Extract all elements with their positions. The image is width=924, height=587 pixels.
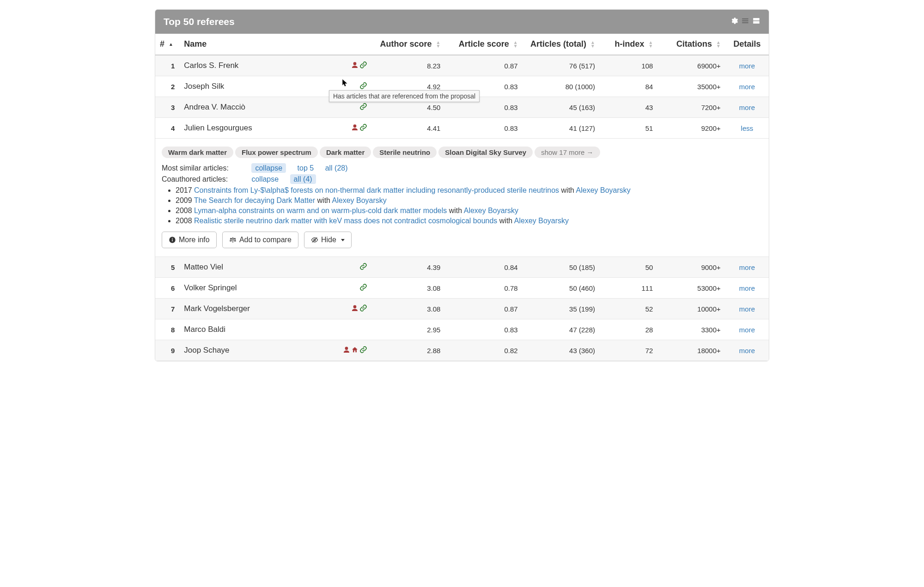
coauthor-link[interactable]: Alexey Boyarsky <box>464 207 518 214</box>
similar-label: Most similar articles: <box>162 164 249 172</box>
author-score-cell: 2.88 <box>373 340 445 361</box>
rank-cell: 5 <box>155 257 179 278</box>
name-cell[interactable]: Joop Schaye <box>179 340 324 361</box>
name-cell[interactable]: Andrea V. Macciò <box>179 97 324 118</box>
coauth-all[interactable]: all (4) <box>290 174 316 184</box>
name-cell[interactable]: Mark Vogelsberger <box>179 299 324 319</box>
articles-cell: 35 (199) <box>523 299 600 319</box>
article-item: 2008 Lyman-alpha constraints on warm and… <box>176 207 762 215</box>
details-link[interactable]: more <box>739 263 755 271</box>
col-author-score[interactable]: Author score ▲▼ <box>373 34 445 55</box>
icon-cell <box>324 340 373 361</box>
author-score-cell: 3.08 <box>373 299 445 319</box>
similar-top5[interactable]: top 5 <box>298 164 314 172</box>
citations-cell: 3300+ <box>657 319 725 340</box>
link-icon <box>359 103 367 112</box>
tag[interactable]: Dark matter <box>320 147 371 158</box>
col-articles[interactable]: Articles (total) ▲▼ <box>523 34 600 55</box>
name-cell[interactable]: Joseph Silk <box>179 76 324 97</box>
citations-cell: 69000+ <box>657 55 725 76</box>
name-cell[interactable]: Matteo Viel <box>179 257 324 278</box>
col-citations[interactable]: Citations ▲▼ <box>657 34 725 55</box>
author-score-cell: 4.39 <box>373 257 445 278</box>
name-cell[interactable]: Carlos S. Frenk <box>179 55 324 76</box>
icon-cell <box>324 299 373 319</box>
article-item: 2009 The Search for decaying Dark Matter… <box>176 196 762 205</box>
svg-point-7 <box>172 238 173 239</box>
article-score-cell: 0.82 <box>445 340 522 361</box>
col-rank[interactable]: # ▲ <box>155 34 179 55</box>
details-link[interactable]: more <box>739 83 755 91</box>
article-link[interactable]: Constraints from Ly-$\alpha$ forests on … <box>194 186 559 194</box>
hindex-cell: 52 <box>600 299 657 319</box>
rank-cell: 6 <box>155 278 179 299</box>
tag[interactable]: Warm dark matter <box>162 147 233 158</box>
article-score-cell: 0.83 <box>445 319 522 340</box>
details-link[interactable]: more <box>739 305 755 313</box>
home-icon <box>351 346 359 355</box>
articles-cell: 50 (185) <box>523 257 600 278</box>
article-item: 2017 Constraints from Ly-$\alpha$ forest… <box>176 186 762 195</box>
col-hindex[interactable]: h-index ▲▼ <box>600 34 657 55</box>
details-link[interactable]: less <box>741 124 754 132</box>
similar-all[interactable]: all (28) <box>325 164 348 172</box>
articles-cell: 76 (517) <box>523 55 600 76</box>
coauthor-link[interactable]: Alexey Boyarsky <box>332 196 387 204</box>
svg-rect-4 <box>753 21 760 24</box>
citations-cell: 35000+ <box>657 76 725 97</box>
rank-cell: 7 <box>155 299 179 319</box>
citations-cell: 53000+ <box>657 278 725 299</box>
link-icon <box>359 61 367 70</box>
tag[interactable]: Sterile neutrino <box>373 147 437 158</box>
coauth-label: Coauthored articles: <box>162 175 249 183</box>
hindex-cell: 43 <box>600 97 657 118</box>
citations-cell: 10000+ <box>657 299 725 319</box>
author-score-cell: 4.41 <box>373 118 445 139</box>
add-to-compare-button[interactable]: Add to compare <box>222 232 298 248</box>
article-item: 2008 Realistic sterile neutrino dark mat… <box>176 217 762 225</box>
article-score-cell: 0.84 <box>445 257 522 278</box>
articles-cell: 45 (163) <box>523 97 600 118</box>
article-link[interactable]: Realistic sterile neutrino dark matter w… <box>194 217 497 225</box>
gear-icon[interactable] <box>730 16 738 27</box>
icon-cell <box>324 55 373 76</box>
coauthor-link[interactable]: Alexey Boyarsky <box>514 217 569 225</box>
details-link[interactable]: more <box>739 62 755 70</box>
articles-cell: 43 (360) <box>523 340 600 361</box>
coauthor-link[interactable]: Alexey Boyarsky <box>576 186 631 194</box>
name-cell[interactable]: Volker Springel <box>179 278 324 299</box>
col-name[interactable]: Name <box>179 34 372 55</box>
rank-cell: 3 <box>155 97 179 118</box>
tooltip: Has articles that are referenced from th… <box>329 90 480 102</box>
view-grid-icon[interactable] <box>752 16 760 27</box>
tag-show-more[interactable]: show 17 more → <box>535 147 600 158</box>
details-link[interactable]: more <box>739 284 755 292</box>
icon-cell <box>324 118 373 139</box>
article-link[interactable]: Lyman-alpha constraints on warm and on w… <box>194 207 447 214</box>
name-cell[interactable]: Marco Baldi <box>179 319 324 340</box>
similar-collapse[interactable]: collapse <box>251 163 286 173</box>
articles-cell: 80 (1000) <box>523 76 600 97</box>
tag[interactable]: Flux power spectrum <box>235 147 318 158</box>
details-link[interactable]: more <box>739 104 755 111</box>
icon-cell <box>324 257 373 278</box>
col-details: Details <box>725 34 769 55</box>
hindex-cell: 72 <box>600 340 657 361</box>
panel-header: Top 50 referees <box>155 10 769 34</box>
svg-rect-0 <box>742 18 748 19</box>
hide-button[interactable]: Hide <box>304 232 352 248</box>
name-cell[interactable]: Julien Lesgourgues <box>179 118 324 139</box>
more-info-button[interactable]: More info <box>162 232 217 248</box>
view-list-icon[interactable] <box>741 16 749 27</box>
hindex-cell: 108 <box>600 55 657 76</box>
table-row: 8Marco Baldi2.950.8347 (228)283300+more <box>155 319 769 340</box>
person-icon <box>351 61 359 70</box>
coauth-collapse[interactable]: collapse <box>251 175 279 183</box>
details-link[interactable]: more <box>739 326 755 334</box>
article-link[interactable]: The Search for decaying Dark Matter <box>194 196 315 204</box>
table-row: 7Mark Vogelsberger3.080.8735 (199)521000… <box>155 299 769 319</box>
details-link[interactable]: more <box>739 347 755 355</box>
article-score-cell: 0.78 <box>445 278 522 299</box>
col-article-score[interactable]: Article score ▲▼ <box>445 34 522 55</box>
tag[interactable]: Sloan Digital Sky Survey <box>438 147 533 158</box>
